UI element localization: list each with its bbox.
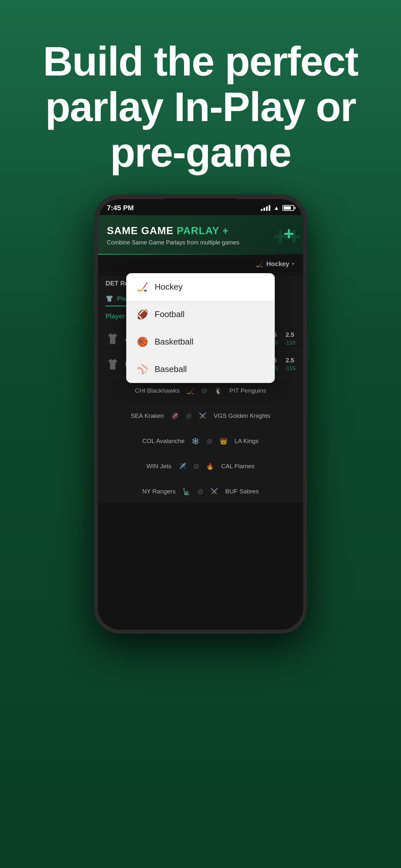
baseball-icon: ⚾ bbox=[136, 364, 148, 375]
sgp-subtitle: Combine Same Game Parlays from multiple … bbox=[107, 239, 294, 246]
phone-mockup: 7:45 PM ▲ ++ SAME GAME PARLAY bbox=[94, 194, 307, 633]
dropdown-item-basketball[interactable]: 🏀 Basketball bbox=[126, 328, 275, 355]
dropdown-item-hockey[interactable]: 🏒 Hockey bbox=[126, 273, 275, 301]
dropdown-label: Baseball bbox=[155, 364, 187, 374]
phone-wrapper: 7:45 PM ▲ ++ SAME GAME PARLAY bbox=[94, 194, 307, 868]
basketball-icon: 🏀 bbox=[136, 337, 148, 347]
dropdown-overlay: 🏒 Hockey 🏈 Football 🏀 Basketball ⚾ Baseb… bbox=[98, 254, 303, 630]
signal-icon bbox=[261, 205, 270, 211]
wifi-icon: ▲ bbox=[274, 205, 279, 212]
app-content: ++ SAME GAME PARLAY + Combine Same Game … bbox=[98, 215, 303, 630]
dropdown-item-baseball[interactable]: ⚾ Baseball bbox=[126, 355, 275, 383]
hockey-icon: 🏒 bbox=[136, 282, 148, 292]
hero-title: Build the perfect parlay In-Play or pre-… bbox=[26, 39, 375, 175]
phone-notch bbox=[165, 198, 236, 210]
dropdown-label: Hockey bbox=[155, 282, 183, 292]
sport-dropdown-menu: 🏒 Hockey 🏈 Football 🏀 Basketball ⚾ Baseb… bbox=[126, 273, 275, 383]
battery-icon bbox=[282, 205, 294, 211]
hero-section: Build the perfect parlay In-Play or pre-… bbox=[0, 0, 401, 194]
dropdown-item-football[interactable]: 🏈 Football bbox=[126, 301, 275, 328]
dropdown-label: Football bbox=[155, 309, 185, 319]
status-icons: ▲ bbox=[261, 205, 294, 212]
dropdown-label: Basketball bbox=[155, 337, 193, 347]
football-icon: 🏈 bbox=[136, 309, 148, 320]
status-time: 7:45 PM bbox=[107, 204, 134, 212]
sgp-title: SAME GAME PARLAY + bbox=[107, 225, 294, 237]
sgp-plus-icon: + bbox=[283, 223, 294, 244]
app-header: ++ SAME GAME PARLAY + Combine Same Game … bbox=[98, 215, 303, 254]
